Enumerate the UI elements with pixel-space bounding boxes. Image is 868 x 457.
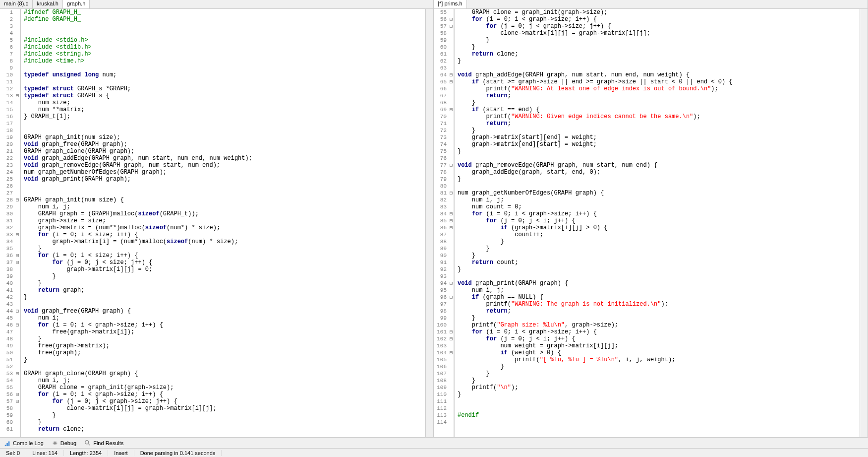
code-line[interactable]: typedef struct GRAPH_s { bbox=[24, 92, 425, 99]
fold-marker[interactable]: ⊟ bbox=[15, 252, 20, 259]
fold-marker[interactable]: ⊟ bbox=[449, 23, 454, 30]
code-line[interactable]: GRAPH clone = graph_init(graph->size); bbox=[24, 384, 425, 391]
fold-marker[interactable]: ⊟ bbox=[15, 370, 20, 377]
code-line[interactable]: free(graph); bbox=[24, 349, 425, 356]
code-line[interactable]: } bbox=[458, 363, 860, 370]
fold-marker[interactable]: ⊟ bbox=[449, 106, 454, 113]
code-line[interactable]: return count; bbox=[458, 259, 860, 266]
code-line[interactable]: for (i = 0; i < size; i++) { bbox=[24, 252, 425, 259]
code-line[interactable] bbox=[24, 65, 425, 71]
fold-marker[interactable]: ⊟ bbox=[449, 328, 454, 335]
code-line[interactable] bbox=[458, 405, 860, 412]
file-tab[interactable]: main (8).c bbox=[0, 0, 33, 8]
code-line[interactable]: void graph_free(GRAPH graph); bbox=[24, 141, 425, 148]
file-tab[interactable]: [*] prims.h bbox=[434, 0, 467, 8]
code-line[interactable]: } bbox=[458, 370, 860, 377]
code-line[interactable]: } bbox=[24, 356, 425, 363]
code-line[interactable]: } bbox=[24, 273, 425, 280]
fold-marker[interactable]: ⊟ bbox=[15, 398, 20, 405]
code-line[interactable]: for (j = 0; j < graph->size; j++) { bbox=[24, 398, 425, 405]
fold-marker[interactable]: ⊟ bbox=[15, 259, 20, 266]
code-line[interactable]: #ifndef GRAPH_H_ bbox=[24, 9, 425, 16]
code-line[interactable]: GRAPH graph_init(num size) { bbox=[24, 196, 425, 203]
code-line[interactable] bbox=[458, 155, 860, 162]
code-line[interactable]: for (i = 0; i < graph->size; i++) { bbox=[458, 16, 860, 23]
code-line[interactable]: } bbox=[458, 58, 860, 65]
code-line[interactable]: void graph_print(GRAPH graph); bbox=[24, 176, 425, 183]
code-line[interactable]: graph->matrix[i][j] = 0; bbox=[24, 266, 425, 273]
code-line[interactable]: return; bbox=[458, 120, 860, 127]
code-line[interactable]: #include <stdlib.h> bbox=[24, 44, 425, 51]
code-line[interactable]: num size; bbox=[24, 99, 425, 106]
code-line[interactable]: free(graph->matrix[i]); bbox=[24, 328, 425, 335]
code-line[interactable] bbox=[458, 398, 860, 405]
file-tab[interactable]: graph.h bbox=[63, 0, 90, 8]
code-line[interactable]: num i, j; bbox=[458, 287, 860, 294]
fold-marker[interactable]: ⊟ bbox=[15, 391, 20, 398]
code-line[interactable]: } bbox=[24, 335, 425, 342]
code-line[interactable]: #include <string.h> bbox=[24, 51, 425, 58]
code-line[interactable]: num i; bbox=[24, 315, 425, 322]
code-line[interactable]: count++; bbox=[458, 231, 860, 238]
code-line[interactable] bbox=[24, 120, 425, 127]
code-line[interactable]: void graph_free(GRAPH graph) { bbox=[24, 308, 425, 315]
code-line[interactable]: num count = 0; bbox=[458, 203, 860, 210]
fold-marker[interactable]: ⊟ bbox=[449, 71, 454, 78]
code-line[interactable]: if (graph == NULL) { bbox=[458, 294, 860, 301]
code-line[interactable]: } bbox=[24, 294, 425, 301]
code-line[interactable] bbox=[24, 363, 425, 370]
code-line[interactable]: for (j = 0; j < graph->size; j++) { bbox=[458, 23, 860, 30]
code-line[interactable]: for (i = 0; i < graph->size; i++) { bbox=[24, 322, 425, 328]
code-line[interactable]: printf("Graph size: %lu\n", graph->size)… bbox=[458, 322, 860, 328]
code-line[interactable]: GRAPH graph = (GRAPH)malloc(sizeof(GRAPH… bbox=[24, 210, 425, 217]
code-line[interactable]: GRAPH graph_clone(GRAPH graph) { bbox=[24, 370, 425, 377]
code-line[interactable]: } bbox=[458, 252, 860, 259]
code-line[interactable]: clone->matrix[i][j] = graph->matrix[i][j… bbox=[24, 405, 425, 412]
code-line[interactable]: for (j = 0; j < i; j++) { bbox=[458, 217, 860, 224]
code-line[interactable]: printf("\n"); bbox=[458, 384, 860, 391]
code-line[interactable] bbox=[458, 183, 860, 190]
code-line[interactable]: printf("WARNING: At least one of edge in… bbox=[458, 85, 860, 92]
fold-marker[interactable]: ⊟ bbox=[449, 217, 454, 224]
code-line[interactable]: graph->matrix[i] = (num*)malloc(sizeof(n… bbox=[24, 238, 425, 245]
code-line[interactable] bbox=[458, 65, 860, 71]
code-line[interactable]: } bbox=[458, 266, 860, 273]
fold-marker[interactable]: ⊟ bbox=[449, 162, 454, 169]
code-line[interactable]: } bbox=[24, 412, 425, 419]
code-line[interactable]: return; bbox=[458, 92, 860, 99]
code-line[interactable]: GRAPH clone = graph_init(graph->size); bbox=[458, 9, 860, 16]
fold-marker[interactable]: ⊟ bbox=[449, 78, 454, 85]
code-line[interactable]: } bbox=[458, 377, 860, 384]
code-line[interactable]: } bbox=[458, 99, 860, 106]
code-line[interactable]: } bbox=[458, 315, 860, 322]
code-line[interactable]: if (graph->matrix[i][j] > 0) { bbox=[458, 224, 860, 231]
code-line[interactable]: if (start >= graph->size || end >= graph… bbox=[458, 78, 860, 85]
fold-marker[interactable]: ⊟ bbox=[449, 224, 454, 231]
code-line[interactable]: graph->matrix = (num**)malloc(sizeof(num… bbox=[24, 224, 425, 231]
code-line[interactable]: num i, j; bbox=[24, 203, 425, 210]
code-line[interactable]: return clone; bbox=[24, 426, 425, 433]
scrollbar[interactable] bbox=[425, 9, 433, 437]
code-line[interactable]: GRAPH graph_clone(GRAPH graph); bbox=[24, 148, 425, 155]
file-tab[interactable]: kruskal.h bbox=[33, 0, 63, 8]
code-line[interactable] bbox=[24, 183, 425, 190]
code-line[interactable] bbox=[24, 23, 425, 30]
code-line[interactable]: void graph_removeEdge(GRAPH graph, num s… bbox=[24, 162, 425, 169]
scrollbar[interactable] bbox=[860, 9, 868, 437]
code-line[interactable]: graph->matrix[start][end] = weight; bbox=[458, 134, 860, 141]
code-line[interactable]: } bbox=[458, 37, 860, 44]
code-line[interactable]: void graph_addEdge(GRAPH graph, num star… bbox=[24, 155, 425, 162]
code-line[interactable]: for (j = 0; j < size; j++) { bbox=[24, 259, 425, 266]
fold-marker[interactable]: ⊟ bbox=[449, 190, 454, 196]
code-line[interactable]: if (weight > 0) { bbox=[458, 349, 860, 356]
fold-marker[interactable]: ⊟ bbox=[15, 196, 20, 203]
code-line[interactable]: printf("WARNING: Given edge indices cann… bbox=[458, 113, 860, 120]
code-line[interactable]: void graph_removeEdge(GRAPH graph, num s… bbox=[458, 162, 860, 169]
code-line[interactable]: return graph; bbox=[24, 287, 425, 294]
tab-compile-log[interactable]: Compile Log bbox=[0, 439, 48, 448]
code-line[interactable]: } bbox=[458, 245, 860, 252]
fold-marker[interactable]: ⊟ bbox=[449, 210, 454, 217]
code-line[interactable]: void graph_print(GRAPH graph) { bbox=[458, 280, 860, 287]
code-line[interactable]: printf("WARNING: The graph is not initia… bbox=[458, 301, 860, 308]
fold-marker[interactable]: ⊟ bbox=[449, 280, 454, 287]
